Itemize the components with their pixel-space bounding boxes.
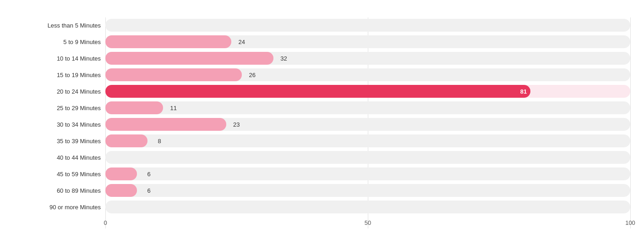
bar-container xyxy=(105,151,630,164)
bar-fill: 32 xyxy=(105,52,273,65)
bar-row: 30 to 34 Minutes23 xyxy=(14,117,630,132)
bar-row: 40 to 44 Minutes xyxy=(14,150,630,165)
bar-container: 24 xyxy=(105,35,630,48)
bar-container: 23 xyxy=(105,118,630,131)
bar-value: 81 xyxy=(520,88,527,95)
chart-area: Less than 5 Minutes5 to 9 Minutes2410 to… xyxy=(14,17,630,229)
bar-row: 25 to 29 Minutes11 xyxy=(14,100,630,116)
grid-line xyxy=(630,17,631,229)
bar-container: 6 xyxy=(105,184,630,197)
x-axis-inner: 050100 xyxy=(105,219,630,229)
bar-container: 6 xyxy=(105,167,630,180)
x-axis-tick: 0 xyxy=(104,219,107,226)
bar-row: 20 to 24 Minutes81 xyxy=(14,84,630,99)
bar-fill: 81 xyxy=(105,85,530,98)
bar-value: 23 xyxy=(233,121,240,128)
bar-value: 8 xyxy=(158,138,161,145)
bar-label: Less than 5 Minutes xyxy=(14,22,105,29)
x-axis: 050100 xyxy=(14,219,630,229)
bar-row: 10 to 14 Minutes32 xyxy=(14,50,630,66)
bar-row: 60 to 89 Minutes6 xyxy=(14,183,630,198)
bar-value: 11 xyxy=(170,105,177,112)
bar-container: 32 xyxy=(105,52,630,65)
bar-fill: 23 xyxy=(105,118,226,131)
bar-row: 5 to 9 Minutes24 xyxy=(14,34,630,50)
bar-label: 5 to 9 Minutes xyxy=(14,39,105,45)
bar-container: 26 xyxy=(105,68,630,81)
bar-fill: 24 xyxy=(105,35,231,48)
bar-row: 35 to 39 Minutes8 xyxy=(14,133,630,149)
bar-label: 15 to 19 Minutes xyxy=(14,72,105,78)
bar-value: 24 xyxy=(239,39,245,45)
chart-rows: Less than 5 Minutes5 to 9 Minutes2410 to… xyxy=(14,17,630,215)
bar-container: 81 xyxy=(105,85,630,98)
bar-fill: 6 xyxy=(105,184,137,197)
bar-value: 6 xyxy=(147,187,151,194)
bar-container: 11 xyxy=(105,101,630,114)
bar-container: 8 xyxy=(105,134,630,147)
bar-fill: 11 xyxy=(105,101,163,114)
bar-fill: 8 xyxy=(105,134,147,147)
bar-container xyxy=(105,201,630,213)
bar-value: 26 xyxy=(249,72,255,78)
bar-label: 35 to 39 Minutes xyxy=(14,138,105,145)
bar-fill: 6 xyxy=(105,167,137,180)
bar-label: 20 to 24 Minutes xyxy=(14,88,105,95)
bar-row: Less than 5 Minutes xyxy=(14,17,630,33)
bar-label: 30 to 34 Minutes xyxy=(14,121,105,128)
bar-row: 15 to 19 Minutes26 xyxy=(14,67,630,83)
x-axis-tick: 100 xyxy=(625,219,635,226)
bar-row: 45 to 59 Minutes6 xyxy=(14,166,630,182)
bar-label: 60 to 89 Minutes xyxy=(14,187,105,194)
bar-fill: 26 xyxy=(105,68,242,81)
bar-container xyxy=(105,19,630,32)
bar-label: 40 to 44 Minutes xyxy=(14,154,105,161)
bar-label: 25 to 29 Minutes xyxy=(14,105,105,112)
bar-value: 6 xyxy=(147,171,151,178)
x-axis-tick: 50 xyxy=(365,219,371,226)
bar-value: 32 xyxy=(280,55,287,62)
bar-row: 90 or more Minutes xyxy=(14,199,630,215)
bar-label: 45 to 59 Minutes xyxy=(14,171,105,178)
bar-label: 90 or more Minutes xyxy=(14,204,105,211)
bar-label: 10 to 14 Minutes xyxy=(14,55,105,62)
